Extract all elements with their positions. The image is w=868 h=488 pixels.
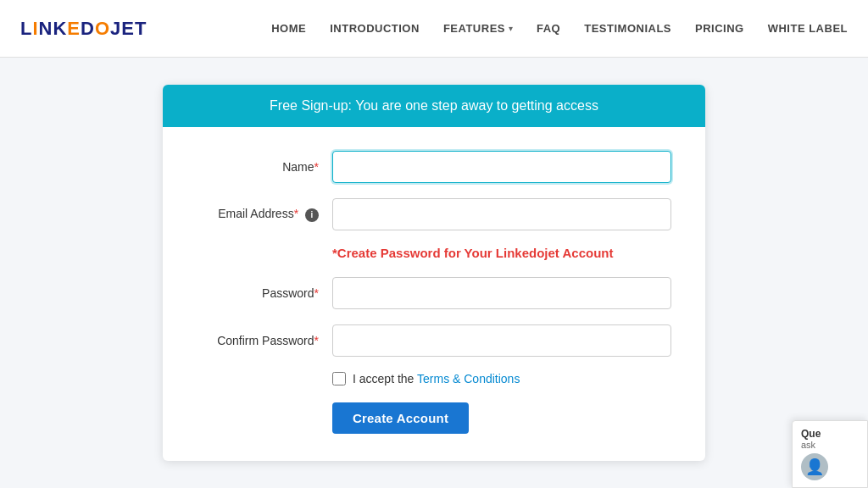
main-content: Free Sign-up: You are one step away to g…: [0, 58, 868, 488]
logo-highlight2: E: [67, 18, 81, 39]
nav-testimonials[interactable]: TESTIMONIALS: [584, 22, 671, 35]
chat-line2: ask: [801, 440, 859, 450]
name-input[interactable]: [332, 151, 671, 183]
form-header: Free Sign-up: You are one step away to g…: [163, 85, 705, 127]
nav-white-label[interactable]: WHITE LABEL: [768, 22, 848, 35]
form-body: Name* Email Address* i *Create Password …: [163, 127, 705, 461]
nav-features[interactable]: FEATURES: [443, 22, 505, 35]
terms-label: I accept the Terms & Conditions: [353, 372, 520, 385]
email-row: Email Address* i: [197, 198, 671, 230]
form-header-text: Free Sign-up: You are one step away to g…: [270, 98, 598, 113]
terms-row: I accept the Terms & Conditions: [197, 372, 671, 385]
submit-row: Create Account: [197, 402, 671, 434]
confirm-password-label: Confirm Password*: [197, 334, 332, 347]
terms-link[interactable]: Terms & Conditions: [417, 372, 520, 385]
name-label: Name*: [197, 160, 332, 174]
password-input[interactable]: [332, 277, 671, 309]
logo-o: O: [95, 18, 110, 39]
nav-home[interactable]: HOME: [271, 22, 306, 35]
features-chevron-icon: ▾: [509, 24, 513, 33]
logo: LINKEDOJET: [20, 18, 147, 40]
chat-widget[interactable]: Que ask 👤: [792, 420, 868, 488]
confirm-password-row: Confirm Password*: [197, 324, 671, 357]
logo-highlight: I: [32, 18, 38, 39]
nav-features-wrapper: FEATURES ▾: [443, 22, 513, 35]
header: LINKEDOJET HOME INTRODUCTION FEATURES ▾ …: [0, 0, 868, 58]
password-required-star: *: [314, 286, 319, 300]
chat-line1: Que: [801, 428, 859, 440]
email-info-icon: i: [305, 208, 319, 222]
password-label: Password*: [197, 286, 332, 300]
chat-avatar-icon: 👤: [801, 453, 828, 480]
name-required-star: *: [314, 160, 319, 174]
confirm-password-input[interactable]: [332, 324, 671, 357]
main-nav: HOME INTRODUCTION FEATURES ▾ FAQ TESTIMO…: [271, 22, 848, 35]
nav-introduction[interactable]: INTRODUCTION: [330, 22, 420, 35]
terms-checkbox[interactable]: [332, 372, 346, 385]
password-row: Password*: [197, 277, 671, 309]
name-row: Name*: [197, 151, 671, 183]
nav-faq[interactable]: FAQ: [537, 22, 560, 35]
password-section-title: *Create Password for Your Linkedojet Acc…: [197, 246, 671, 260]
confirm-password-required-star: *: [314, 334, 319, 347]
nav-pricing[interactable]: PRICING: [695, 22, 744, 35]
email-label: Email Address* i: [197, 207, 332, 222]
signup-form-card: Free Sign-up: You are one step away to g…: [163, 85, 705, 461]
email-input[interactable]: [332, 198, 671, 230]
email-required-star: *: [294, 207, 298, 220]
create-account-button[interactable]: Create Account: [332, 402, 469, 434]
